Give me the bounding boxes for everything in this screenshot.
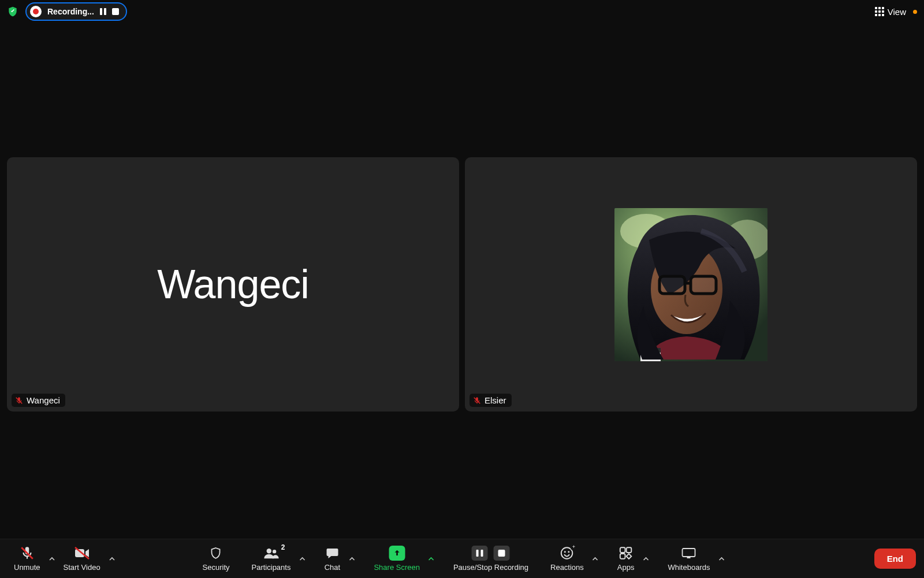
whiteboards-label: Whiteboards [668, 563, 710, 572]
grid-icon [875, 7, 884, 16]
muted-mic-icon [473, 396, 481, 405]
recording-label: Recording... [47, 7, 94, 16]
svg-rect-26 [687, 557, 691, 558]
svg-rect-11 [476, 402, 477, 403]
shield-icon [208, 546, 224, 561]
svg-rect-6 [660, 276, 685, 294]
svg-point-20 [564, 551, 566, 553]
whiteboard-icon [681, 546, 697, 561]
reactions-button[interactable]: + Reactions [545, 543, 590, 575]
pause-stop-recording-button[interactable]: Pause/Stop Recording [448, 543, 534, 575]
top-bar: Recording... View [0, 0, 924, 23]
svg-point-18 [273, 550, 276, 553]
share-screen-label: Share Screen [374, 563, 420, 572]
participants-caret[interactable] [296, 543, 308, 575]
svg-rect-25 [683, 549, 695, 557]
share-screen-icon [389, 546, 405, 561]
whiteboards-caret[interactable] [716, 543, 727, 575]
camera-off-icon [74, 546, 90, 561]
reactions-caret[interactable] [590, 543, 601, 575]
participant-placeholder-name: Wangeci [157, 261, 309, 307]
chat-icon [324, 546, 340, 561]
participant-name-text: Wangeci [27, 395, 60, 405]
svg-rect-23 [627, 547, 632, 553]
svg-point-17 [267, 549, 271, 553]
svg-rect-7 [691, 276, 716, 294]
stop-recording-icon[interactable] [112, 8, 119, 15]
svg-rect-13 [27, 556, 28, 558]
unmute-button[interactable]: Unmute [8, 543, 46, 575]
chat-label: Chat [325, 563, 340, 572]
video-grid: Wangeci Wangeci [7, 157, 917, 412]
pause-recording-box-icon[interactable] [472, 546, 488, 561]
audio-options-caret[interactable] [46, 543, 58, 575]
stop-recording-box-icon[interactable] [494, 546, 510, 561]
pause-recording-icon[interactable] [100, 8, 106, 15]
video-options-caret[interactable] [106, 543, 118, 575]
participants-count: 2 [281, 543, 285, 551]
audio-video-group: Unmute Start Video [8, 543, 118, 575]
participants-label: Participants [252, 563, 291, 572]
unmute-label: Unmute [14, 563, 40, 572]
svg-point-21 [568, 551, 570, 553]
reactions-icon: + [559, 546, 575, 561]
start-video-button[interactable]: Start Video [58, 543, 106, 575]
svg-rect-22 [620, 547, 625, 553]
record-dot-icon [30, 6, 42, 17]
apps-icon [618, 546, 634, 561]
view-label: View [888, 7, 906, 17]
plus-badge-icon: + [571, 544, 577, 550]
participant-name-tag: Elsier [470, 394, 512, 407]
participant-tile[interactable]: Wangeci Wangeci [7, 157, 459, 412]
share-screen-button[interactable]: Share Screen [368, 543, 426, 575]
end-meeting-button[interactable]: End [874, 549, 916, 569]
share-caret[interactable] [426, 543, 437, 575]
participants-icon: 2 [263, 546, 279, 561]
recording-indicator: Recording... [25, 2, 127, 21]
participant-avatar [614, 208, 767, 361]
reactions-label: Reactions [550, 563, 584, 572]
encryption-shield-icon[interactable] [7, 6, 18, 17]
view-button[interactable]: View [875, 7, 906, 17]
notification-dot-icon [913, 10, 917, 14]
svg-rect-24 [620, 554, 625, 559]
participant-tile[interactable]: Elsier [465, 157, 917, 412]
record-label: Pause/Stop Recording [453, 563, 528, 572]
svg-rect-0 [18, 402, 19, 403]
center-controls: Security 2 Participants [197, 543, 728, 575]
muted-mic-icon [15, 396, 23, 405]
participant-name-tag: Wangeci [12, 394, 65, 407]
chat-button[interactable]: Chat [318, 543, 346, 575]
bottom-toolbar: Unmute Start Video Security [0, 539, 924, 578]
whiteboards-button[interactable]: Whiteboards [662, 543, 716, 575]
participant-name-text: Elsier [485, 395, 506, 405]
security-button[interactable]: Security [197, 543, 236, 575]
mic-muted-icon [19, 546, 35, 561]
apps-caret[interactable] [640, 543, 651, 575]
apps-label: Apps [617, 563, 635, 572]
apps-button[interactable]: Apps [612, 543, 640, 575]
participants-button[interactable]: 2 Participants [246, 543, 297, 575]
chat-caret[interactable] [346, 543, 357, 575]
start-video-label: Start Video [64, 563, 100, 572]
security-label: Security [203, 563, 230, 572]
